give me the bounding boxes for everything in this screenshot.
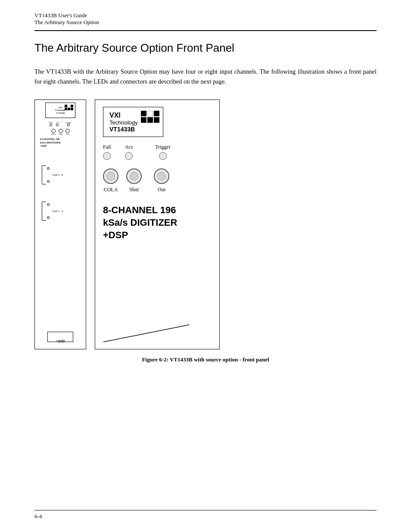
footer-page-number: 6-4 xyxy=(34,513,42,520)
large-fail-label: Fail xyxy=(103,144,111,150)
small-chan14-area: Chan 1 - 4 xyxy=(37,202,83,221)
large-trigger-led xyxy=(159,152,167,160)
large-logo-cell xyxy=(141,117,146,123)
diagonal-line-svg xyxy=(103,316,215,342)
small-cola-group: COLA xyxy=(51,129,56,135)
logo-cell xyxy=(65,105,67,107)
small-vxi-logo: ≡VXI xyxy=(56,339,65,343)
large-trigger-label: Trigger xyxy=(155,144,171,150)
screw-top xyxy=(47,167,50,170)
large-shut-label: Shut xyxy=(129,187,139,193)
small-leds-row: Fail Acs Trigger xyxy=(49,121,72,126)
large-panel-bottom xyxy=(103,316,212,342)
logo-cell xyxy=(71,105,73,107)
page-title: The Arbitrary Source Option Front Panel xyxy=(0,31,411,55)
large-panel: VXI Technology VT1433B Fail Acs Trigger xyxy=(95,100,220,349)
small-shut-label: Shut xyxy=(59,133,62,135)
small-digitizer-text: 8-CHANNEL 196kSa/s DIGITIZER+DSP xyxy=(37,138,83,148)
large-fail-group: Fail xyxy=(103,144,111,160)
large-digitizer-line3: +DSP xyxy=(103,229,212,242)
small-connectors-row: COLA Shut Out xyxy=(51,129,70,135)
large-cola-group: COLA xyxy=(103,168,118,193)
svg-line-0 xyxy=(103,325,189,342)
screw-top xyxy=(47,203,50,206)
figure-area: VXI Technology VT1433B Fail Acs Trigger xyxy=(34,100,377,349)
small-fail-led xyxy=(50,124,52,126)
large-connector-section: COLA Shut Out xyxy=(103,168,212,193)
small-acs-group: Acs xyxy=(56,121,59,126)
large-logo-cell xyxy=(141,111,146,116)
header-line2: The Arbitrary Source Option xyxy=(34,19,377,26)
small-shut-connector xyxy=(59,129,63,133)
small-chan14-label: Chan 1 - 4 xyxy=(52,209,63,213)
logo-cell xyxy=(71,108,73,110)
large-out-connector xyxy=(154,168,169,184)
large-shut-group: Shut xyxy=(126,168,142,193)
small-acs-led xyxy=(56,124,59,126)
large-brand-tech: Technology xyxy=(109,119,138,126)
large-out-inner xyxy=(157,172,166,180)
large-panel-logo: VXI Technology VT1433B xyxy=(103,107,163,137)
large-cola-inner xyxy=(106,172,115,180)
small-logo-grid xyxy=(65,105,73,110)
large-shut-inner xyxy=(130,172,138,180)
screw-bottom xyxy=(47,216,50,219)
large-logo-cell xyxy=(154,117,159,123)
large-logo-cell xyxy=(147,117,153,123)
logo-cell xyxy=(68,108,70,110)
small-out-label: Out xyxy=(66,133,69,135)
small-out-group: Out xyxy=(65,129,70,135)
body-text: The VT1433B with the Arbitrary Source Op… xyxy=(0,55,411,87)
large-out-label: Out xyxy=(158,187,165,193)
small-panel: VXI Technology VT1433B Fail Acs Trigger xyxy=(34,100,86,349)
large-shut-connector xyxy=(126,168,142,184)
large-digitizer-line2: kSa/s DIGITIZER xyxy=(103,217,212,229)
page-footer: 6-4 xyxy=(34,510,377,520)
logo-cell xyxy=(68,105,70,107)
small-cola-connector xyxy=(51,129,56,133)
header-line1: VT1433B User's Guide xyxy=(34,12,377,19)
large-cola-label: COLA xyxy=(104,187,118,193)
small-brand: VXI Technology VT1433B xyxy=(55,106,65,115)
logo-cell xyxy=(65,108,67,110)
large-cola-connector xyxy=(103,168,118,184)
small-out-connector xyxy=(65,129,70,133)
large-logo-cell xyxy=(154,111,159,116)
small-brand-model: VT1433B xyxy=(56,112,65,114)
large-fail-led xyxy=(103,152,111,160)
small-panel-logo: VXI Technology VT1433B xyxy=(45,103,75,118)
large-digitizer-line1: 8-CHANNEL 196 xyxy=(103,204,212,217)
bracket-line xyxy=(42,165,46,184)
large-brand-model: VT1433B xyxy=(109,126,135,133)
small-fail-group: Fail xyxy=(49,121,53,126)
small-chan58-label: Chan 5 - 8 xyxy=(52,173,63,177)
screw-bottom xyxy=(47,180,50,183)
large-acs-led xyxy=(125,152,133,160)
small-cola-label: COLA xyxy=(51,133,56,135)
large-logo-cell xyxy=(147,111,153,116)
small-footer-logo: ≡VXI xyxy=(47,332,73,342)
large-acs-label: Acs xyxy=(125,144,133,150)
small-bracket58 xyxy=(42,165,50,184)
large-digitizer-text: 8-CHANNEL 196 kSa/s DIGITIZER +DSP xyxy=(103,204,212,241)
figure-caption: Figure 6-2: VT1433B with source option -… xyxy=(0,356,411,363)
large-led-section: Fail Acs Trigger xyxy=(103,144,212,160)
large-trigger-group: Trigger xyxy=(155,144,171,160)
page-header: VT1433B User's Guide The Arbitrary Sourc… xyxy=(0,0,411,26)
small-trigger-led xyxy=(67,124,70,126)
large-brand-vxi: VXI xyxy=(109,112,121,119)
large-out-group: Out xyxy=(154,168,169,193)
small-chan58-area: Chan 5 - 8 xyxy=(37,165,83,184)
bracket-line xyxy=(42,202,46,221)
small-footer-logo-wrap: ≡VXI xyxy=(47,319,73,346)
small-bracket14 xyxy=(42,202,50,221)
small-brand-tech: Technology xyxy=(55,109,65,111)
small-shut-group: Shut xyxy=(59,129,63,135)
small-trigger-group: Trigger xyxy=(65,121,72,126)
large-logo-grid xyxy=(141,111,159,123)
large-acs-group: Acs xyxy=(125,144,133,160)
small-brand-vxi: VXI xyxy=(58,106,62,109)
